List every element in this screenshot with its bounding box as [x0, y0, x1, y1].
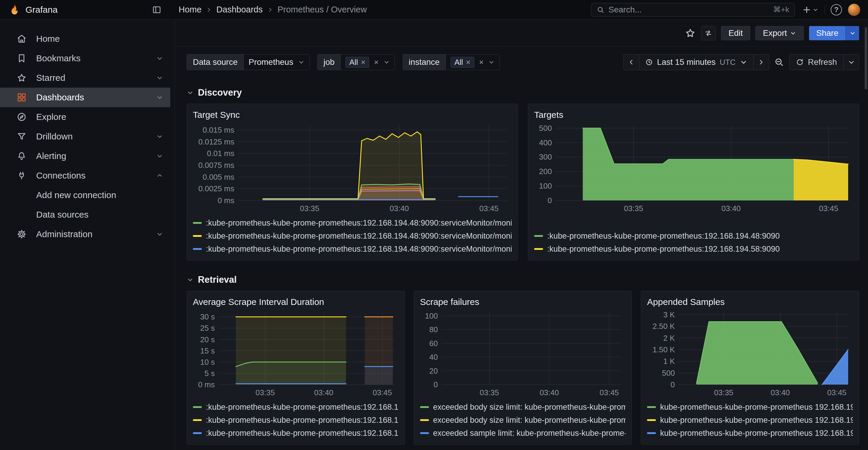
close-icon[interactable]: ×: [361, 58, 365, 66]
instance-tag-all[interactable]: All ×: [451, 57, 474, 68]
export-button[interactable]: Export: [755, 26, 804, 40]
plus-icon: [802, 5, 811, 14]
panel-title[interactable]: Target Sync: [193, 108, 512, 122]
chevron-down-icon: [156, 153, 163, 160]
svg-text:0: 0: [548, 196, 552, 205]
add-menu-button[interactable]: [802, 5, 818, 14]
legend-item[interactable]: :kube-prometheus-kube-prome-prometheus:1…: [534, 229, 853, 243]
average-scrape-interval-chart[interactable]: 0 ms5 s10 s15 s20 s25 s30 s03:3503:4003:…: [193, 309, 399, 397]
svg-text:0 ms: 0 ms: [198, 380, 215, 389]
search-input[interactable]: Search... ⌘+k: [591, 3, 795, 17]
legend-item[interactable]: :kube-prometheus-kube-prome-prometheus:1…: [193, 400, 399, 414]
svg-text:500: 500: [539, 124, 552, 133]
svg-text:0 ms: 0 ms: [218, 196, 234, 205]
legend-item[interactable]: kube-prometheus-kube-prome-prometheus 19…: [647, 414, 853, 427]
sidebar-item-label: Starred: [36, 73, 148, 83]
clear-icon[interactable]: ×: [479, 58, 484, 66]
zoom-out-button[interactable]: [774, 58, 784, 67]
section-discovery[interactable]: Discovery: [187, 85, 859, 100]
sidebar-item-label: Add new connection: [36, 190, 163, 200]
time-shift-back-button[interactable]: [624, 55, 639, 70]
legend-item[interactable]: exceeded sample limit: kube-prometheus-k…: [420, 427, 626, 440]
instance-select[interactable]: All × ×: [445, 55, 499, 70]
panel-title[interactable]: Appended Samples: [647, 295, 853, 309]
share-button[interactable]: Share: [809, 26, 845, 40]
legend-item[interactable]: :kube-prometheus-kube-prome-prometheus:1…: [193, 229, 512, 243]
sidebar-item-label: Dashboards: [36, 92, 148, 102]
sidebar-item-drilldown[interactable]: Drilldown: [0, 127, 170, 146]
variable-label: Data source: [187, 55, 244, 70]
legend-item[interactable]: :kube-prometheus-kube-prome-prometheus:1…: [193, 243, 512, 256]
datasource-select[interactable]: Prometheus: [244, 55, 309, 70]
svg-text:25 s: 25 s: [200, 324, 215, 332]
time-range-picker-button[interactable]: Last 15 minutes UTC: [639, 55, 753, 70]
legend-item[interactable]: kube-prometheus-kube-prome-prometheus 19…: [647, 427, 853, 440]
sidebar-item-explore[interactable]: Explore: [0, 107, 170, 127]
svg-text:03:35: 03:35: [300, 204, 319, 213]
star-dashboard-button[interactable]: [685, 28, 695, 38]
tag-label: All: [349, 58, 358, 67]
panel-title[interactable]: Scrape failures: [420, 295, 626, 309]
appended-samples-chart[interactable]: 05001 K1.50 K2 K2.50 K3 K03:3503:4003:45: [647, 309, 853, 397]
targets-chart[interactable]: 010020030040050003:3503:4003:45: [534, 122, 853, 226]
sidebar-item-starred[interactable]: Starred: [0, 68, 170, 88]
panel-title[interactable]: Targets: [534, 108, 853, 122]
variable-datasource: Data source Prometheus: [187, 54, 310, 70]
legend-swatch: [420, 419, 429, 421]
sidebar-item-home[interactable]: Home: [0, 29, 170, 49]
breadcrumb-home[interactable]: Home: [179, 5, 202, 14]
legend-label: :kube-prometheus-kube-prome-prometheus:1…: [206, 231, 512, 241]
svg-text:0.0025 ms: 0.0025 ms: [198, 184, 234, 193]
sidebar-item-data-sources[interactable]: Data sources: [0, 205, 170, 224]
target-sync-chart[interactable]: 0 ms0.0025 ms0.005 ms0.0075 ms0.01 ms0.0…: [193, 122, 512, 214]
help-button[interactable]: ?: [831, 4, 842, 15]
sidebar-item-bookmarks[interactable]: Bookmarks: [0, 49, 170, 68]
refresh-button[interactable]: Refresh: [789, 55, 843, 70]
user-avatar[interactable]: [848, 4, 860, 16]
panel-title[interactable]: Average Scrape Interval Duration: [193, 295, 399, 309]
panel-appended-samples: Appended Samples 05001 K1.50 K2 K2.50 K3…: [641, 291, 859, 445]
legend-item[interactable]: :kube-prometheus-kube-prome-prometheus:1…: [534, 243, 853, 256]
job-select[interactable]: All × ×: [340, 55, 394, 70]
clear-icon[interactable]: ×: [374, 58, 378, 66]
kiosk-toggle-button[interactable]: [701, 26, 716, 40]
divider: [825, 5, 825, 14]
svg-text:0.0125 ms: 0.0125 ms: [198, 137, 234, 146]
legend-item[interactable]: :kube-prometheus-kube-prome-prometheus:1…: [193, 414, 399, 427]
edit-button[interactable]: Edit: [721, 26, 750, 40]
svg-text:03:45: 03:45: [819, 204, 838, 213]
grafana-logo-icon[interactable]: [8, 4, 21, 16]
legend-item[interactable]: :kube-prometheus-kube-prome-prometheus:1…: [193, 217, 512, 229]
svg-text:03:40: 03:40: [314, 388, 333, 397]
legend-item[interactable]: :kube-prometheus-kube-prome-prometheus:1…: [193, 427, 399, 440]
section-retrieval[interactable]: Retrieval: [187, 272, 859, 287]
scrollbar-thumb[interactable]: [865, 27, 867, 89]
refresh-interval-button[interactable]: [843, 55, 859, 70]
svg-text:40: 40: [429, 353, 438, 361]
share-menu-button[interactable]: [845, 26, 859, 40]
legend-swatch: [193, 248, 202, 250]
share-button-label: Share: [816, 28, 838, 38]
sidebar-item-label: Explore: [36, 112, 163, 122]
sidebar-item-add-new-connection[interactable]: Add new connection: [0, 185, 170, 205]
sidebar-item-connections[interactable]: Connections: [0, 166, 170, 185]
sidebar-item-label: Data sources: [36, 210, 163, 220]
svg-text:03:35: 03:35: [714, 388, 734, 397]
svg-text:03:40: 03:40: [721, 204, 741, 213]
sidebar-item-alerting[interactable]: Alerting: [0, 146, 170, 166]
breadcrumb-dashboards[interactable]: Dashboards: [216, 5, 262, 14]
sidebar-item-dashboards[interactable]: Dashboards: [0, 88, 170, 107]
legend-item[interactable]: kube-prometheus-kube-prome-prometheus 19…: [647, 400, 853, 414]
legend-item[interactable]: exceeded body size limit: kube-prometheu…: [420, 414, 626, 427]
svg-text:0.01 ms: 0.01 ms: [207, 149, 235, 158]
job-tag-all[interactable]: All ×: [345, 57, 369, 68]
time-shift-forward-button[interactable]: [753, 55, 769, 70]
panel-toggle-icon: [152, 5, 161, 14]
legend-swatch: [647, 419, 656, 421]
sidebar-toggle-button[interactable]: [152, 5, 161, 14]
close-icon[interactable]: ×: [466, 58, 470, 66]
legend-item[interactable]: exceeded body size limit: kube-prometheu…: [420, 400, 626, 414]
sidebar-item-administration[interactable]: Administration: [0, 224, 170, 244]
dashboard-toolbar: Edit Export Share: [175, 20, 868, 47]
scrape-failures-chart[interactable]: 02040608010003:3503:4003:45: [420, 309, 626, 397]
